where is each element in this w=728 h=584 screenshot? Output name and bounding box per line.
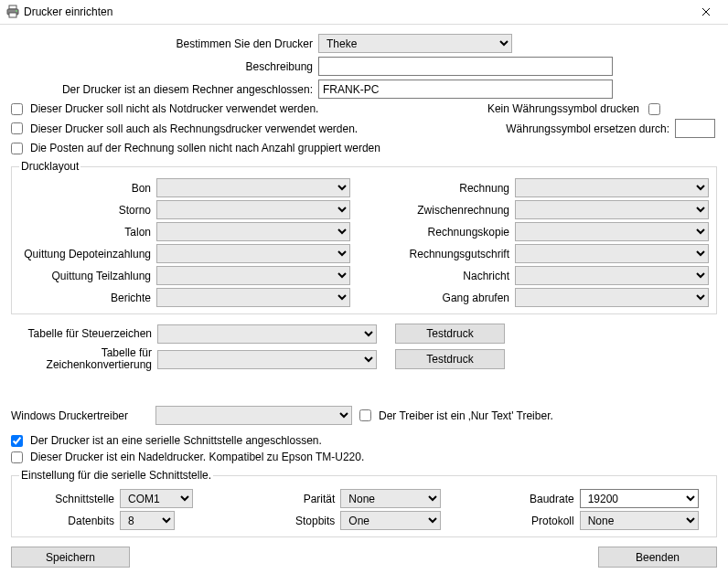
also-invoice-label: Dieser Drucker soll auch als Rechnungsdr… [30, 122, 358, 135]
q-depot-label: Quittung Depoteinzahlung [19, 248, 156, 260]
is-dotmatrix-input[interactable] [11, 451, 23, 463]
close-button-bottom[interactable]: Beenden [598, 547, 717, 568]
not-emergency-label: Dieser Drucker soll nicht als Notdrucker… [30, 102, 318, 115]
serial-settings-fieldset: Einstellung für die serielle Schnittstel… [11, 469, 717, 537]
tax-table-label: Tabelle für Steuerzeichen [11, 327, 157, 340]
baud-label: Baudrate [498, 493, 580, 505]
also-invoice-checkbox[interactable]: Dieser Drucker soll auch als Rechnungsdr… [11, 122, 358, 135]
stopbits-select[interactable]: One [340, 511, 441, 530]
berichte-select[interactable] [156, 288, 350, 307]
only-text-driver-input[interactable] [359, 409, 371, 421]
print-layout-legend: Drucklayout [19, 160, 80, 173]
only-text-driver-label: Der Treiber ist ein ‚Nur Text' Treiber. [379, 409, 553, 422]
parity-label: Parität [258, 493, 340, 505]
rechnung-select[interactable] [515, 178, 709, 197]
q-teil-select[interactable] [156, 266, 350, 285]
no-group-qty-label: Die Posten auf der Rechnung sollen nicht… [30, 142, 380, 154]
print-layout-fieldset: Drucklayout Bon Storno Talon Quittung De… [11, 160, 717, 314]
nachricht-label: Nachricht [378, 270, 515, 282]
printer-icon [5, 5, 20, 19]
stopbits-label: Stopbits [258, 515, 340, 527]
is-serial-input[interactable] [11, 435, 23, 447]
no-group-qty-checkbox[interactable]: Die Posten auf der Rechnung sollen nicht… [11, 142, 380, 154]
is-dotmatrix-checkbox[interactable]: Dieser Drucker ist ein Nadeldrucker. Kom… [11, 451, 364, 463]
storno-select[interactable] [156, 200, 350, 219]
berichte-label: Berichte [19, 292, 156, 304]
baud-select[interactable]: 19200 [580, 489, 699, 508]
serial-settings-legend: Einstellung für die serielle Schnittstel… [19, 469, 213, 482]
replace-currency-input[interactable] [675, 119, 715, 138]
description-input[interactable] [318, 57, 613, 76]
is-dotmatrix-label: Dieser Drucker ist ein Nadeldrucker. Kom… [30, 451, 364, 463]
bon-label: Bon [19, 182, 156, 195]
test-print-2-button[interactable]: Testdruck [395, 349, 505, 369]
not-emergency-input[interactable] [11, 103, 23, 115]
port-label: Schnittstelle [19, 493, 120, 505]
choose-printer-select[interactable]: Theke [318, 34, 512, 53]
port-select[interactable]: COM1 [120, 489, 193, 508]
q-depot-select[interactable] [156, 244, 350, 263]
save-button[interactable]: Speichern [11, 547, 130, 568]
also-invoice-input[interactable] [11, 122, 23, 134]
conv-table-label: Tabelle für Zeichenkonvertierung [11, 347, 157, 371]
databits-select[interactable]: 8 [120, 511, 175, 530]
bon-select[interactable] [156, 178, 350, 197]
windows-driver-select[interactable] [155, 406, 352, 425]
svg-point-3 [16, 10, 17, 12]
no-currency-symbol-checkbox[interactable]: Kein Währungssymbol drucken [487, 102, 664, 115]
r-kopie-label: Rechnungskopie [378, 226, 515, 239]
close-button[interactable] [688, 2, 724, 22]
close-icon [701, 7, 711, 16]
r-kopie-select[interactable] [515, 222, 709, 241]
talon-select[interactable] [156, 222, 350, 241]
no-group-qty-input[interactable] [11, 143, 23, 154]
tax-table-select[interactable] [157, 324, 377, 344]
host-input[interactable] [318, 80, 613, 99]
gang-label: Gang abrufen [378, 292, 515, 304]
svg-rect-2 [9, 13, 16, 17]
window-title: Drucker einrichten [24, 5, 688, 18]
host-label: Der Drucker ist an diesem Rechner angesc… [11, 83, 318, 96]
description-label: Beschreibung [11, 60, 318, 73]
titlebar: Drucker einrichten [0, 0, 728, 25]
r-gutschrift-label: Rechnungsgutschrift [378, 248, 515, 260]
no-currency-symbol-label: Kein Währungssymbol drucken [487, 102, 639, 115]
r-gutschrift-select[interactable] [515, 244, 709, 263]
replace-currency-label: Währungssymbol ersetzen durch: [506, 122, 669, 135]
not-emergency-checkbox[interactable]: Dieser Drucker soll nicht als Notdrucker… [11, 102, 318, 115]
databits-label: Datenbits [19, 515, 120, 527]
nachricht-select[interactable] [515, 266, 709, 285]
talon-label: Talon [19, 226, 156, 239]
storno-label: Storno [19, 204, 156, 217]
conv-table-select[interactable] [157, 350, 377, 369]
zw-rechnung-select[interactable] [515, 200, 709, 219]
protocol-select[interactable]: None [580, 511, 699, 530]
gang-select[interactable] [515, 288, 709, 307]
zw-rechnung-label: Zwischenrechnung [378, 204, 515, 217]
windows-driver-label: Windows Druckertreiber [11, 409, 148, 422]
rechnung-label: Rechnung [378, 182, 515, 195]
svg-rect-0 [9, 5, 16, 9]
protocol-label: Protokoll [498, 515, 580, 527]
choose-printer-label: Bestimmen Sie den Drucker [11, 37, 318, 50]
parity-select[interactable]: None [340, 489, 441, 508]
no-currency-symbol-input[interactable] [648, 103, 660, 115]
is-serial-checkbox[interactable]: Der Drucker ist an eine serielle Schnitt… [11, 434, 322, 447]
test-print-1-button[interactable]: Testdruck [395, 324, 505, 344]
q-teil-label: Quittung Teilzahlung [19, 270, 156, 282]
only-text-driver-checkbox[interactable]: Der Treiber ist ein ‚Nur Text' Treiber. [359, 409, 553, 422]
is-serial-label: Der Drucker ist an eine serielle Schnitt… [30, 434, 322, 447]
